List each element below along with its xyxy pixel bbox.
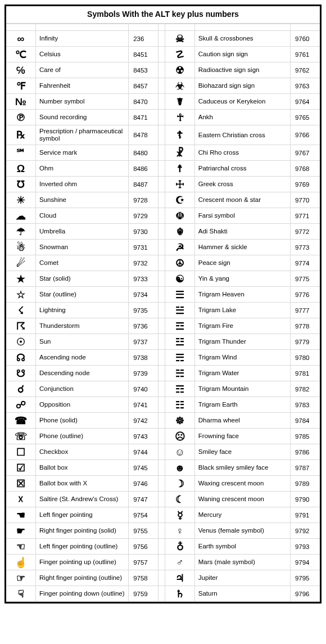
symbol-name: Ballot box [36,460,129,476]
alt-code: 9769 [290,177,320,192]
symbol-glyph: ☊ [6,350,36,366]
table-row: ☞Right finger pointing (outline)9758♃Jup… [6,570,320,586]
alt-code: 9782 [290,381,320,397]
symbol-glyph: ☝ [6,555,36,570]
symbol-name: Trigram Earth [194,397,290,413]
symbol-name: Star (solid) [36,271,129,287]
alt-code: 9768 [290,161,320,177]
symbol-name: Trigram Heaven [194,287,290,303]
alt-code: 9781 [290,366,320,381]
column-gap [158,444,165,460]
column-gap [158,177,165,192]
symbol-name: Hammer & sickle [194,240,290,255]
symbol-glyph: ☩ [165,177,195,192]
alt-code: 9792 [290,523,320,539]
symbol-name: Lightning [36,303,129,318]
symbol-name: Biohazard sign sign [194,78,290,94]
symbol-glyph: ℃ [6,47,36,62]
column-gap [158,271,165,287]
symbol-name: Comet [36,255,129,271]
column-gap [158,334,165,350]
symbol-glyph: ☤ [165,94,195,110]
alt-code: 9743 [129,429,159,444]
symbol-name: Descending node [36,366,129,381]
alt-code: 9780 [290,350,320,366]
symbol-glyph: ♂ [165,555,195,570]
alt-code: 9745 [129,460,159,476]
symbol-name: Number symbol [36,94,129,110]
table-row: ☂Umbrella9730☬Adi Shakti9772 [6,224,320,240]
symbol-glyph: ♁ [165,539,195,555]
alt-code: 8471 [129,110,159,125]
symbol-name: Finger pointing down (outline) [36,586,129,602]
table-row: ☆Star (outline)9734☰Trigram Heaven9776 [6,287,320,303]
symbol-glyph: ☠ [165,31,195,47]
symbol-glyph: ☹ [165,429,195,444]
table-row: ☐Checkbox9744☺Smiley face9786 [6,444,320,460]
symbol-glyph: ☮ [165,255,195,271]
table-row: ℅Care of8453☢Radioactive sign sign9762 [6,62,320,78]
page-title: Symbols With the ALT key plus numbers [6,6,320,24]
symbol-glyph: ☷ [165,397,195,413]
alt-code: 9760 [290,31,320,47]
symbol-name: Ascending node [36,350,129,366]
alt-code: 9740 [129,381,159,397]
table-row: ΩOhm8486☨Patriarchal cross9768 [6,161,320,177]
column-gap [158,397,165,413]
header-spacer-row [6,24,320,31]
column-gap [158,145,165,161]
alt-code: 9783 [290,397,320,413]
alt-code: 9736 [129,318,159,334]
column-gap [158,78,165,94]
symbol-name: Yin & yang [194,271,290,287]
alt-code: 9790 [290,492,320,507]
alt-code: 9791 [290,507,320,523]
symbol-glyph: ☱ [165,303,195,318]
symbol-name: Caduceus or Kerykeion [194,94,290,110]
symbol-glyph: ☍ [6,397,36,413]
table-row: ☍Opposition9741☷Trigram Earth9783 [6,397,320,413]
symbol-name: Trigram Wind [194,350,290,366]
alt-code: 9757 [129,555,159,570]
alt-code: 8470 [129,94,159,110]
table-row: ☋Descending node9739☵Trigram Water9781 [6,366,320,381]
symbol-name: Adi Shakti [194,224,290,240]
symbol-glyph: ☂ [6,224,36,240]
symbol-glyph: ☇ [6,303,36,318]
alt-code: 8478 [129,125,159,145]
column-gap [158,318,165,334]
symbol-name: Earth symbol [194,539,290,555]
symbol-name: Right finger pointing (solid) [36,523,129,539]
column-gap [158,47,165,62]
symbol-name: Infinity [36,31,129,47]
symbol-name: Eastern Christian cross [194,125,290,145]
symbol-glyph: ℞ [6,125,36,145]
column-gap [158,523,165,539]
alt-code: 9784 [290,413,320,429]
alt-code: 9746 [129,476,159,492]
symbol-glyph: ☥ [165,110,195,125]
symbol-name: Peace sign [194,255,290,271]
symbol-name: Trigram Water [194,366,290,381]
symbol-glyph: ☚ [6,507,36,523]
symbol-name: Ballot box with X [36,476,129,492]
alt-code: 9777 [290,303,320,318]
alt-code: 236 [129,31,159,47]
alt-code: 9764 [290,94,320,110]
alt-code: 9786 [290,444,320,460]
symbol-glyph: ☡ [165,47,195,62]
column-gap [158,570,165,586]
symbol-name: Frowning face [194,429,290,444]
symbol-name: Patriarchal cross [194,161,290,177]
symbol-glyph: ☶ [165,381,195,397]
table-row: ★Star (solid)9733☯Yin & yang9775 [6,271,320,287]
column-gap [158,507,165,523]
symbol-glyph: ☺ [165,444,195,460]
alt-code: 9739 [129,366,159,381]
symbol-name: Mars (male symbol) [194,555,290,570]
symbol-name: Skull & crossbones [194,31,290,47]
alt-code: 9774 [290,255,320,271]
symbol-name: Smiley face [194,444,290,460]
table-row: ☚Left finger pointing9754☿Mercury9791 [6,507,320,523]
alt-code: 9765 [290,110,320,125]
